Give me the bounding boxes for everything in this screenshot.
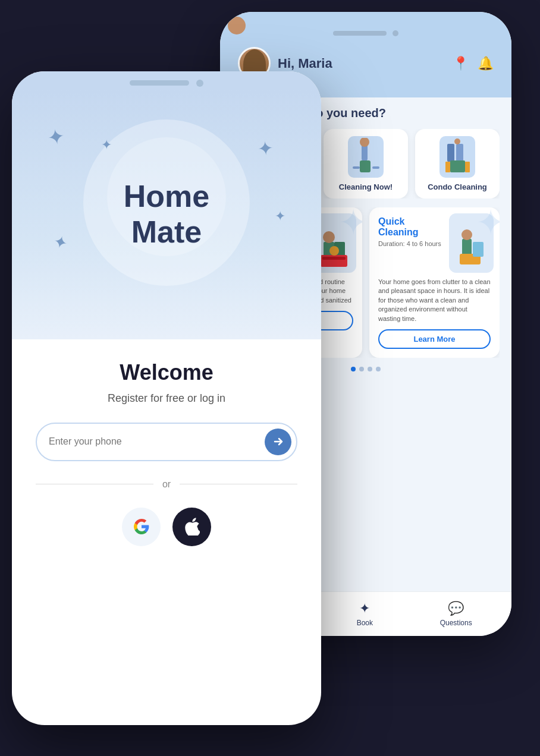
dot-3[interactable] <box>368 367 372 371</box>
svg-rect-8 <box>353 166 360 169</box>
or-text: or <box>162 479 171 490</box>
service-card-now[interactable]: Cleaning Now! <box>324 129 408 199</box>
service-img-condo <box>439 136 475 178</box>
svg-point-24 <box>461 229 472 240</box>
social-row <box>36 508 297 546</box>
svg-rect-13 <box>450 160 465 172</box>
svg-rect-26 <box>473 242 484 257</box>
welcome-subtitle: Register for free or log in <box>36 392 297 405</box>
greeting-text: Hi, Maria <box>278 56 332 71</box>
dot-2[interactable] <box>359 367 364 371</box>
front-notch-area <box>12 71 321 90</box>
notch-pill <box>333 31 387 36</box>
service-label-condo: Condo Cleaning <box>428 182 487 191</box>
questions-label: Questions <box>440 619 472 627</box>
notification-icon[interactable]: 🔔 <box>478 56 494 71</box>
apple-sign-in-button[interactable] <box>172 508 211 546</box>
nav-questions[interactable]: 💬 Questions <box>440 601 472 627</box>
user-icons: 📍 🔔 <box>453 56 494 71</box>
hero-title-line1: Home <box>124 179 209 215</box>
hero-title-line2: Mate <box>124 215 209 250</box>
book-icon: ✦ <box>359 601 370 616</box>
sparkle-1: ✦ <box>46 124 67 150</box>
dot-1[interactable] <box>351 367 356 371</box>
svg-rect-21 <box>322 257 346 260</box>
sparkle-2: ✦ <box>101 137 112 153</box>
phone-input[interactable] <box>49 436 265 447</box>
svg-point-16 <box>454 138 460 144</box>
nav-book[interactable]: ✦ Book <box>357 601 373 627</box>
service-img-now <box>348 136 384 178</box>
service-label-now: Cleaning Now! <box>339 182 393 191</box>
submit-button[interactable] <box>265 429 291 455</box>
dot-4[interactable] <box>376 367 381 371</box>
svg-point-19 <box>323 231 335 243</box>
quick-clean-img <box>449 213 494 273</box>
or-line-right <box>180 484 297 484</box>
hero-section: ✦ ✦ ✦ ✦ ✦ Home Mate <box>12 90 321 339</box>
svg-rect-12 <box>456 144 463 162</box>
back-notch <box>235 24 497 41</box>
svg-rect-7 <box>360 160 371 172</box>
or-line-left <box>36 484 153 484</box>
svg-rect-14 <box>445 162 450 172</box>
book-label: Book <box>357 619 373 627</box>
notch-dot <box>393 30 398 36</box>
welcome-title: Welcome <box>36 360 297 385</box>
svg-rect-15 <box>465 162 470 172</box>
sparkle-4: ✦ <box>275 209 285 224</box>
location-icon[interactable]: 📍 <box>453 56 469 71</box>
phone-input-row <box>36 423 297 461</box>
or-divider: or <box>36 479 297 490</box>
svg-point-22 <box>329 246 339 256</box>
hero-title: Home Mate <box>124 179 209 250</box>
sparkle-3: ✦ <box>51 231 70 253</box>
front-notch-dot <box>196 80 203 87</box>
front-notch-pill <box>130 80 189 86</box>
login-section: Welcome Register for free or log in or <box>12 339 321 567</box>
sparkle-5: ✦ <box>256 136 274 160</box>
learn-more-button[interactable]: Learn More <box>378 329 491 349</box>
detail-desc-quick: Your home goes from clutter to a clean a… <box>378 278 491 323</box>
questions-icon: 💬 <box>448 601 464 616</box>
google-sign-in-button[interactable] <box>122 508 161 546</box>
detail-card-quick: ✦ Quick Cleaning Duration: 4 to 6 hours … <box>369 207 500 358</box>
svg-rect-9 <box>372 166 379 169</box>
svg-rect-11 <box>447 144 454 162</box>
svg-point-10 <box>360 138 369 147</box>
service-card-condo[interactable]: Condo Cleaning <box>415 129 500 199</box>
phone-front: ✦ ✦ ✦ ✦ ✦ Home Mate Welcome Register for… <box>12 71 321 725</box>
